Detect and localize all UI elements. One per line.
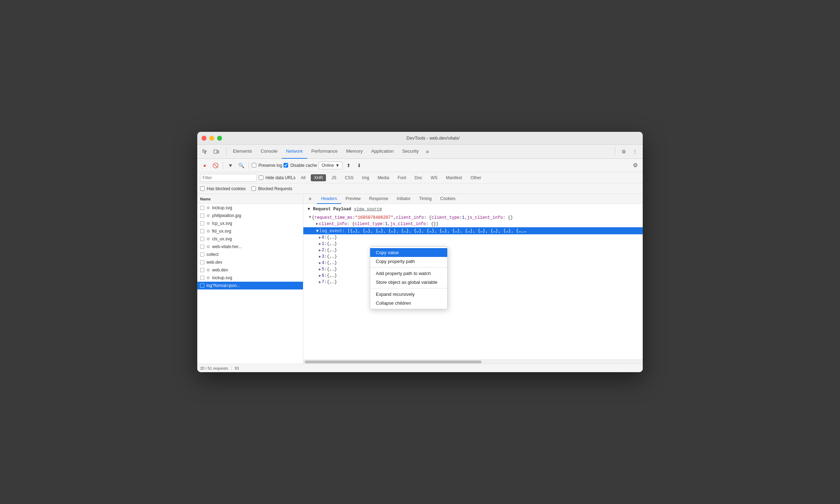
download-icon[interactable]: ⬇ bbox=[355, 161, 364, 170]
has-blocked-cookies-label[interactable]: Has blocked cookies bbox=[200, 186, 246, 191]
list-item[interactable]: ⚙ lockup.svg bbox=[197, 274, 303, 282]
tab-initiator[interactable]: Initiator bbox=[392, 194, 415, 204]
filter-input[interactable] bbox=[200, 174, 257, 182]
file-checkbox[interactable] bbox=[200, 260, 204, 264]
ctx-add-to-watch[interactable]: Add property path to watch bbox=[370, 269, 447, 278]
disable-cache-checkbox[interactable] bbox=[284, 163, 288, 168]
expand-icon[interactable]: ▶ bbox=[319, 261, 321, 265]
file-checkbox[interactable] bbox=[200, 283, 204, 288]
tab-console[interactable]: Console bbox=[256, 145, 282, 159]
file-checkbox[interactable] bbox=[200, 206, 204, 210]
close-detail-button[interactable]: ✕ bbox=[306, 195, 314, 203]
view-source-link[interactable]: view source bbox=[354, 207, 382, 212]
ctx-collapse-children[interactable]: Collapse children bbox=[370, 299, 447, 307]
tab-elements[interactable]: Elements bbox=[229, 145, 256, 159]
maximize-button[interactable] bbox=[217, 136, 222, 141]
inspect-icon[interactable] bbox=[200, 147, 210, 157]
tab-headers[interactable]: Headers bbox=[317, 194, 341, 204]
expand-icon[interactable]: ▶ bbox=[316, 222, 318, 226]
file-checkbox[interactable] bbox=[200, 276, 204, 280]
horizontal-scrollbar[interactable] bbox=[303, 359, 643, 364]
hide-data-urls-checkbox[interactable] bbox=[259, 175, 263, 180]
expand-icon[interactable]: ▶ bbox=[319, 254, 321, 259]
clear-button[interactable]: 🚫 bbox=[211, 161, 220, 170]
file-checkbox[interactable] bbox=[200, 221, 204, 225]
list-item[interactable]: ⚙ fid_ux.svg bbox=[197, 227, 303, 235]
list-item[interactable]: ⚙ web.dev bbox=[197, 266, 303, 274]
settings-icon[interactable]: ⚙ bbox=[619, 147, 629, 157]
file-checkbox[interactable] bbox=[200, 229, 204, 233]
device-toolbar-icon[interactable] bbox=[211, 147, 221, 157]
blocked-requests-label[interactable]: Blocked Requests bbox=[251, 186, 292, 191]
list-item[interactable]: ⚙ philipwalton.jpg bbox=[197, 212, 303, 219]
upload-icon[interactable]: ⬆ bbox=[344, 161, 353, 170]
preserve-log-checkbox[interactable] bbox=[252, 163, 256, 168]
list-item[interactable]: ⚙ lcp_ux.svg bbox=[197, 219, 303, 227]
tab-timing[interactable]: Timing bbox=[415, 194, 436, 204]
filter-doc[interactable]: Doc bbox=[412, 174, 425, 181]
more-tabs-button[interactable]: » bbox=[423, 148, 432, 155]
list-item[interactable]: collect bbox=[197, 251, 303, 258]
filter-js[interactable]: JS bbox=[328, 174, 339, 181]
status-sep: | bbox=[231, 366, 232, 370]
filter-icon[interactable]: ▼ bbox=[226, 161, 235, 170]
filter-manifest[interactable]: Manifest bbox=[443, 174, 465, 181]
list-item[interactable]: ⚙ cls_ux.svg bbox=[197, 235, 303, 243]
tab-preview[interactable]: Preview bbox=[341, 194, 365, 204]
tab-network[interactable]: Network bbox=[282, 145, 307, 159]
list-item[interactable]: ⚙ web-vitals-her... bbox=[197, 243, 303, 251]
filter-font[interactable]: Font bbox=[395, 174, 409, 181]
tab-security[interactable]: Security bbox=[398, 145, 423, 159]
blocked-requests-checkbox[interactable] bbox=[251, 186, 256, 191]
expand-icon[interactable]: ▼ bbox=[316, 228, 319, 233]
ctx-copy-property-path[interactable]: Copy property path bbox=[370, 257, 447, 266]
file-checkbox[interactable] bbox=[200, 268, 204, 272]
minimize-button[interactable] bbox=[209, 136, 214, 141]
record-button[interactable]: ● bbox=[200, 161, 209, 170]
tab-cookies[interactable]: Cookies bbox=[436, 194, 460, 204]
tab-memory[interactable]: Memory bbox=[342, 145, 367, 159]
file-name: fid_ux.svg bbox=[212, 229, 231, 234]
list-item[interactable]: ⚙ lockup.svg bbox=[197, 204, 303, 212]
has-blocked-cookies-checkbox[interactable] bbox=[200, 186, 205, 191]
expand-icon[interactable]: ▶ bbox=[319, 274, 321, 278]
search-icon[interactable]: 🔍 bbox=[237, 161, 246, 170]
devtools-window: DevTools - web.dev/vitals/ Elements Cons… bbox=[197, 132, 643, 372]
payload-header: ▼ Request Payload view source bbox=[308, 207, 638, 212]
collapse-icon[interactable]: ▼ bbox=[309, 215, 311, 219]
file-checkbox[interactable] bbox=[200, 237, 204, 241]
filter-ws[interactable]: WS bbox=[427, 174, 441, 181]
tree-log-event-selected[interactable]: ▼ log_event : [{…}, {…}, {…}, {…}, {…}, … bbox=[303, 227, 643, 234]
more-options-icon[interactable]: ⋮ bbox=[630, 147, 640, 157]
list-item[interactable]: web.dev bbox=[197, 258, 303, 266]
list-item-selected[interactable]: log?format=json... bbox=[197, 282, 303, 289]
filter-css[interactable]: CSS bbox=[342, 174, 357, 181]
ctx-expand-recursively[interactable]: Expand recursively bbox=[370, 290, 447, 299]
filter-other[interactable]: Other bbox=[467, 174, 484, 181]
expand-icon[interactable]: ▶ bbox=[319, 235, 321, 240]
file-checkbox[interactable] bbox=[200, 213, 204, 218]
file-checkbox[interactable] bbox=[200, 245, 204, 249]
ctx-copy-value[interactable]: Copy value bbox=[370, 248, 447, 257]
filter-img[interactable]: Img bbox=[359, 174, 372, 181]
network-settings-icon[interactable]: ⚙ bbox=[631, 161, 640, 170]
filter-all[interactable]: All bbox=[298, 174, 309, 181]
filter-xhr[interactable]: XHR bbox=[311, 174, 326, 181]
expand-icon[interactable]: ▶ bbox=[319, 248, 321, 252]
file-checkbox[interactable] bbox=[200, 252, 204, 257]
tab-performance[interactable]: Performance bbox=[307, 145, 342, 159]
ctx-store-global[interactable]: Store object as global variable bbox=[370, 278, 447, 287]
tab-response[interactable]: Response bbox=[365, 194, 392, 204]
filter-media[interactable]: Media bbox=[374, 174, 392, 181]
close-button[interactable] bbox=[202, 136, 206, 141]
scroll-thumb[interactable] bbox=[305, 361, 482, 363]
tab-application[interactable]: Application bbox=[367, 145, 398, 159]
expand-icon[interactable]: ▶ bbox=[319, 267, 321, 271]
traffic-lights bbox=[202, 136, 222, 141]
throttle-dropdown[interactable]: Online ▼ bbox=[319, 162, 343, 169]
disable-cache-label[interactable]: Disable cache bbox=[284, 163, 317, 168]
expand-icon[interactable]: ▶ bbox=[319, 242, 321, 246]
expand-icon[interactable]: ▶ bbox=[319, 280, 321, 284]
preserve-log-label[interactable]: Preserve log bbox=[252, 163, 282, 168]
hide-data-urls-label[interactable]: Hide data URLs bbox=[259, 175, 296, 180]
